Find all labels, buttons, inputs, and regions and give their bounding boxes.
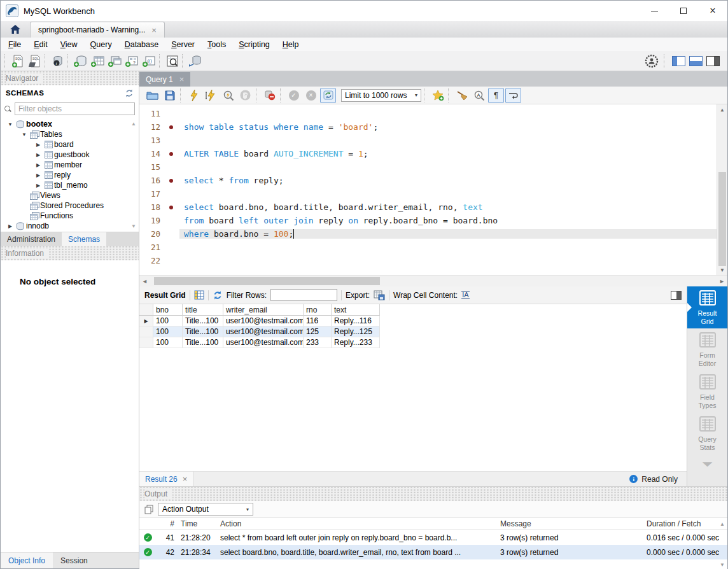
- result-row-3[interactable]: 100Title...100user100@testmail.com233Rep…: [139, 337, 687, 348]
- tab-administration[interactable]: Administration: [1, 232, 62, 246]
- cell-text[interactable]: Reply...116: [332, 316, 380, 327]
- create-stored-procedure-icon[interactable]: ?: [123, 53, 141, 69]
- scrollbar-thumb[interactable]: [154, 277, 380, 285]
- collapse-right-panel-icon[interactable]: [671, 291, 682, 300]
- sidebar-item-query-stats[interactable]: Query Stats: [687, 412, 727, 454]
- scrollbar-thumb[interactable]: [718, 172, 726, 266]
- explain-plan-icon[interactable]: [220, 88, 236, 103]
- sidebar-item-form-editor[interactable]: Form Editor: [687, 328, 727, 370]
- schema-inspector-icon[interactable]: i: [49, 53, 66, 69]
- save-icon[interactable]: [162, 88, 178, 103]
- home-tab[interactable]: [1, 21, 30, 38]
- cell-writer_email[interactable]: user100@testmail.com: [223, 327, 304, 337]
- column-header-title[interactable]: title: [183, 304, 223, 316]
- tree-item-member[interactable]: ▶member: [1, 160, 139, 170]
- commit-icon[interactable]: ✓: [286, 88, 302, 103]
- maximize-icon[interactable]: [669, 1, 698, 21]
- row-selector[interactable]: [139, 327, 153, 337]
- code-line-14[interactable]: 14ALTER TABLE board AUTO_INCREMENT = 1;: [139, 147, 717, 160]
- close-icon[interactable]: ×: [698, 1, 727, 21]
- code-line-17[interactable]: 17: [139, 187, 717, 200]
- filter-rows-input[interactable]: [270, 289, 337, 301]
- menu-database[interactable]: Database: [118, 40, 165, 49]
- tab-query-1[interactable]: Query 1 ×: [139, 72, 190, 87]
- tree-item-tables[interactable]: ▼Tables: [1, 129, 139, 139]
- tab-schemas[interactable]: Schemas: [62, 232, 106, 246]
- menu-file[interactable]: File: [2, 40, 27, 49]
- close-icon[interactable]: ×: [179, 74, 185, 84]
- cell-writer_email[interactable]: user100@testmail.com: [223, 337, 304, 348]
- rollback-icon[interactable]: ×: [303, 88, 319, 103]
- refresh-schemas-icon[interactable]: [125, 89, 134, 97]
- toggle-autocommit-icon[interactable]: [320, 88, 336, 103]
- menu-help[interactable]: Help: [276, 40, 305, 49]
- open-sql-script-icon[interactable]: SQL: [26, 53, 43, 69]
- stop-query-icon[interactable]: [237, 88, 253, 103]
- cell-rno[interactable]: 233: [304, 337, 332, 348]
- code-line-21[interactable]: 21: [139, 241, 717, 254]
- tab-session[interactable]: Session: [53, 552, 95, 568]
- scroll-up-icon[interactable]: ▲: [717, 104, 727, 115]
- toggle-stop-on-error-icon[interactable]: [262, 88, 277, 103]
- scrollbar-track[interactable]: [150, 276, 717, 286]
- column-header-text[interactable]: text: [332, 304, 380, 316]
- menu-scripting[interactable]: Scripting: [232, 40, 276, 49]
- code-line-18[interactable]: 18select board.bno, board.title, board.w…: [139, 200, 717, 214]
- code-line-13[interactable]: 13: [139, 134, 717, 147]
- cell-rno[interactable]: 125: [304, 327, 332, 337]
- output-row-42[interactable]: ✓4221:28:34select board.bno, board.title…: [139, 545, 727, 559]
- find-icon[interactable]: A: [471, 88, 487, 103]
- cell-title[interactable]: Title...100: [183, 337, 223, 348]
- toggle-right-sidebar-icon[interactable]: [706, 56, 720, 66]
- result-row-1[interactable]: ▶100Title...100user100@testmail.com116Re…: [139, 316, 687, 327]
- tree-item-innodb[interactable]: ▶innodb: [1, 221, 139, 231]
- minimize-icon[interactable]: [640, 1, 669, 21]
- tree-item-reply[interactable]: ▶reply: [1, 170, 139, 180]
- tree-item-board[interactable]: ▶board: [1, 139, 139, 150]
- tree-item-functions[interactable]: Functions: [1, 211, 139, 221]
- scroll-down-icon[interactable]: ▼: [131, 223, 136, 229]
- sql-code-editor[interactable]: 1112show table status where name = 'boar…: [139, 104, 727, 275]
- save-snippet-icon[interactable]: [430, 88, 445, 103]
- scroll-up-icon[interactable]: ▲: [131, 121, 136, 127]
- code-line-15[interactable]: 15: [139, 160, 717, 174]
- code-line-22[interactable]: 22: [139, 254, 717, 267]
- chevron-right-icon[interactable]: ▶: [34, 152, 43, 158]
- scroll-left-icon[interactable]: ◄: [139, 278, 150, 284]
- chevron-down-icon[interactable]: ▼: [20, 132, 29, 137]
- menu-server[interactable]: Server: [165, 40, 201, 49]
- close-icon[interactable]: ×: [183, 474, 188, 484]
- chevron-right-icon[interactable]: ▶: [34, 172, 43, 178]
- tree-item-views[interactable]: Views: [1, 190, 139, 200]
- toggle-word-wrap-icon[interactable]: [505, 88, 521, 103]
- code-line-20[interactable]: 20where board.bno = 100;: [139, 227, 717, 241]
- create-function-icon[interactable]: f(): [141, 53, 158, 69]
- open-file-icon[interactable]: [144, 88, 160, 103]
- cell-rno[interactable]: 116: [304, 316, 332, 327]
- toggle-invisibles-icon[interactable]: ¶: [488, 88, 504, 103]
- output-row-41[interactable]: ✓4121:28:20select * from board left oute…: [139, 530, 727, 545]
- editor-vertical-scrollbar[interactable]: ▲ ▼: [717, 104, 727, 275]
- column-header-writer_email[interactable]: writer_email: [223, 304, 304, 316]
- menu-query[interactable]: Query: [84, 40, 118, 49]
- chevron-right-icon[interactable]: ▶: [34, 162, 43, 168]
- row-selector[interactable]: [139, 337, 153, 348]
- scroll-right-icon[interactable]: ►: [717, 278, 727, 284]
- menu-tools[interactable]: Tools: [201, 40, 232, 49]
- toggle-left-sidebar-icon[interactable]: [672, 56, 685, 66]
- grid-options-icon[interactable]: [194, 290, 204, 300]
- scroll-down-icon[interactable]: ▼: [717, 265, 727, 275]
- wrap-cell-content-icon[interactable]: IA: [461, 291, 469, 299]
- sidebar-item-field-types[interactable]: Field Types: [687, 370, 727, 412]
- tree-item-bootex[interactable]: ▼bootex: [1, 119, 139, 129]
- tab-object-info[interactable]: Object Info: [1, 552, 53, 568]
- cell-title[interactable]: Title...100: [183, 316, 223, 327]
- export-icon[interactable]: [374, 290, 385, 300]
- execute-icon[interactable]: [186, 88, 202, 103]
- search-table-data-icon[interactable]: [164, 53, 181, 69]
- code-line-19[interactable]: 19from board left outer join reply on re…: [139, 214, 717, 227]
- sidebar-item-result-grid[interactable]: Result Grid: [687, 286, 727, 328]
- scroll-down-icon[interactable]: ▼: [720, 562, 725, 568]
- cell-bno[interactable]: 100: [153, 337, 183, 348]
- chevron-down-icon[interactable]: ▼: [663, 460, 728, 468]
